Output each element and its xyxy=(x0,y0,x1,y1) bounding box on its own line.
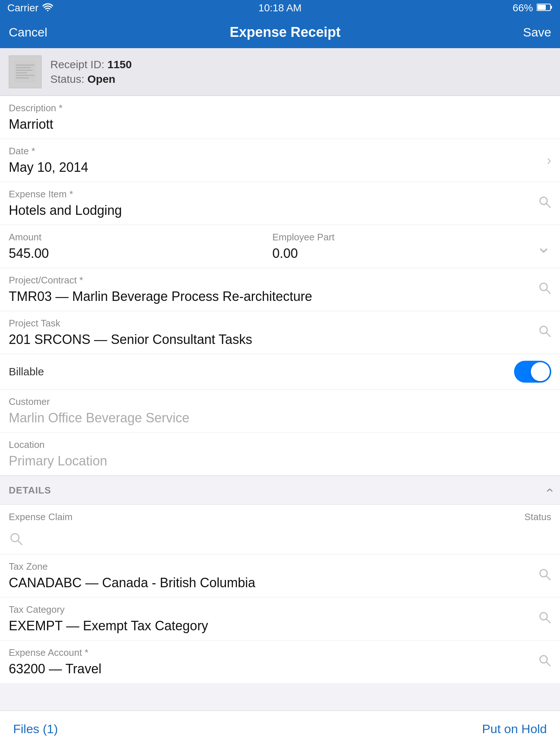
tax-zone-label: Tax Zone xyxy=(9,561,551,572)
svg-line-21 xyxy=(547,619,550,623)
project-search-icon xyxy=(538,281,551,298)
form-body: Description * Marriott Date * May 10, 20… xyxy=(0,96,560,683)
billable-row[interactable]: Billable xyxy=(0,354,560,390)
expense-claim-row[interactable]: Expense Claim Status xyxy=(0,505,560,554)
battery-icon xyxy=(537,2,553,14)
status-bar-left: Carrier xyxy=(7,2,53,14)
tax-category-label: Tax Category xyxy=(9,604,551,615)
receipt-thumbnail xyxy=(9,55,42,88)
bottom-toolbar: Files (1) Put on Hold xyxy=(0,711,560,747)
nav-title: Expense Receipt xyxy=(230,24,341,40)
receipt-id-value: 1150 xyxy=(108,58,132,70)
nav-bar: Cancel Expense Receipt Save xyxy=(0,16,560,48)
battery-percent: 66% xyxy=(513,2,533,14)
project-task-row[interactable]: Project Task 201 SRCONS — Senior Consult… xyxy=(0,311,560,354)
date-row[interactable]: Date * May 10, 2014 › xyxy=(0,139,560,182)
status-bar-right: 66% xyxy=(513,2,553,14)
receipt-id-row: Receipt ID: 1150 xyxy=(50,58,132,71)
svg-rect-9 xyxy=(16,77,29,78)
svg-line-15 xyxy=(547,333,550,336)
tax-zone-search-icon xyxy=(538,568,551,584)
svg-rect-3 xyxy=(14,61,36,83)
details-label: DETAILS xyxy=(9,485,51,496)
date-chevron-icon: › xyxy=(547,153,551,168)
amount-label: Amount xyxy=(9,232,272,243)
expense-claim-left: Expense Claim xyxy=(9,511,478,547)
expense-item-search-icon xyxy=(538,195,551,212)
svg-rect-7 xyxy=(16,72,27,73)
location-value: Primary Location xyxy=(9,453,551,469)
project-task-value: 201 SRCONS — Senior Consultant Tasks xyxy=(9,332,551,347)
amount-col: Amount 545.00 xyxy=(9,232,272,261)
toggle-knob xyxy=(531,362,550,381)
svg-line-23 xyxy=(547,662,550,666)
date-label: Date * xyxy=(9,146,551,157)
svg-rect-6 xyxy=(16,70,32,71)
billable-label: Billable xyxy=(9,365,44,378)
svg-line-17 xyxy=(18,541,22,545)
carrier-label: Carrier xyxy=(7,2,39,14)
details-section-header[interactable]: DETAILS › xyxy=(0,476,560,505)
customer-row[interactable]: Customer Marlin Office Beverage Service xyxy=(0,390,560,433)
svg-line-13 xyxy=(547,290,550,293)
expense-account-value: 63200 — Travel xyxy=(9,661,551,677)
svg-line-11 xyxy=(547,204,550,207)
expense-item-row[interactable]: Expense Item * Hotels and Lodging xyxy=(0,182,560,225)
description-value: Marriott xyxy=(9,117,551,132)
employee-part-value: 0.00 xyxy=(272,246,536,261)
details-chevron-icon: › xyxy=(541,488,557,492)
tax-zone-row[interactable]: Tax Zone CANADABC — Canada - British Col… xyxy=(0,554,560,597)
employee-part-label: Employee Part xyxy=(272,232,536,243)
receipt-status-value: Open xyxy=(88,73,116,85)
status-bar: Carrier 10:18 AM 66% xyxy=(0,0,560,16)
expense-account-search-icon xyxy=(538,654,551,670)
wifi-icon xyxy=(42,2,53,14)
project-value: TMR03 — Marlin Beverage Process Re-archi… xyxy=(9,289,551,304)
tax-zone-value: CANADABC — Canada - British Columbia xyxy=(9,575,551,591)
tax-category-value: EXEMPT — Exempt Tax Category xyxy=(9,618,551,634)
expense-item-value: Hotels and Lodging xyxy=(9,203,551,218)
project-row[interactable]: Project/Contract * TMR03 — Marlin Bevera… xyxy=(0,268,560,311)
billable-toggle[interactable] xyxy=(514,361,551,383)
date-value: May 10, 2014 xyxy=(9,160,551,175)
expense-account-row[interactable]: Expense Account * 63200 — Travel xyxy=(0,640,560,683)
tax-category-search-icon xyxy=(538,611,551,627)
expense-claim-right: Status xyxy=(478,511,551,526)
svg-rect-2 xyxy=(537,5,546,10)
project-task-search-icon xyxy=(538,324,551,341)
receipt-header: Receipt ID: 1150 Status: Open xyxy=(0,48,560,96)
location-row[interactable]: Location Primary Location xyxy=(0,433,560,476)
svg-line-19 xyxy=(547,576,550,580)
receipt-meta: Receipt ID: 1150 Status: Open xyxy=(50,58,132,85)
employee-part-col: Employee Part 0.00 xyxy=(272,232,536,261)
status-bar-time: 10:18 AM xyxy=(258,2,302,14)
amount-value: 545.00 xyxy=(9,246,272,261)
receipt-id-label: Receipt ID: xyxy=(50,58,104,70)
project-task-label: Project Task xyxy=(9,318,551,329)
put-on-hold-button[interactable]: Put on Hold xyxy=(482,722,547,736)
description-label: Description * xyxy=(9,102,551,114)
location-label: Location xyxy=(9,439,551,450)
expense-claim-label: Expense Claim xyxy=(9,511,478,523)
customer-value: Marlin Office Beverage Service xyxy=(9,410,551,426)
customer-label: Customer xyxy=(9,396,551,407)
receipt-status-label: Status: xyxy=(50,73,84,85)
amount-chevron-icon: ⌄ xyxy=(536,236,551,257)
cancel-button[interactable]: Cancel xyxy=(9,25,47,39)
svg-rect-8 xyxy=(16,75,34,76)
save-button[interactable]: Save xyxy=(523,25,551,39)
files-button[interactable]: Files (1) xyxy=(13,722,58,736)
amount-row[interactable]: Amount 545.00 Employee Part 0.00 ⌄ xyxy=(0,225,560,268)
receipt-status-row: Status: Open xyxy=(50,73,132,85)
tax-category-row[interactable]: Tax Category EXEMPT — Exempt Tax Categor… xyxy=(0,597,560,640)
svg-rect-5 xyxy=(16,67,31,68)
project-label: Project/Contract * xyxy=(9,275,551,286)
expense-account-label: Expense Account * xyxy=(9,647,551,658)
description-row[interactable]: Description * Marriott xyxy=(0,96,560,139)
status-col-label: Status xyxy=(524,511,551,523)
svg-rect-1 xyxy=(551,6,552,9)
svg-rect-4 xyxy=(16,65,34,66)
expense-item-label: Expense Item * xyxy=(9,189,551,200)
